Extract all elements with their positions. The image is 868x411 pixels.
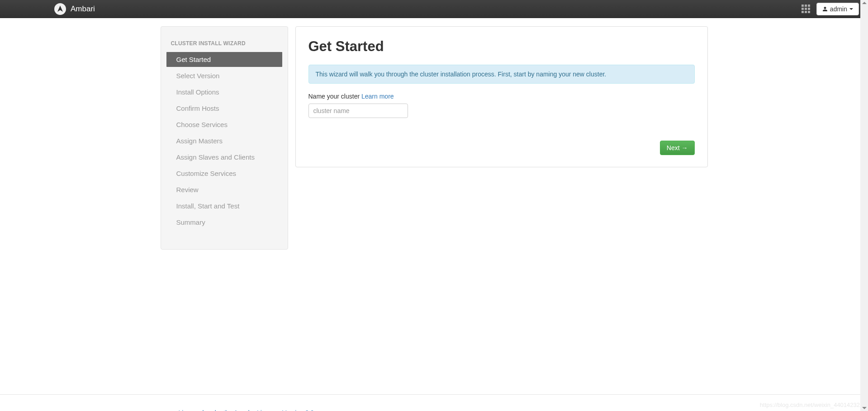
scroll-up-icon[interactable] [862,2,867,4]
apps-grid-icon[interactable] [802,5,810,13]
brand-title: Ambari [71,5,95,14]
navbar-right: admin [802,3,859,15]
intro-alert: This wizard will walk you through the cl… [308,65,695,84]
main-panel: Get Started This wizard will walk you th… [295,26,708,167]
license-link[interactable]: Licensed under the Apache License, Versi… [179,408,708,411]
navbar-brand[interactable]: Ambari [54,3,95,15]
page-footer: Licensed under the Apache License, Versi… [0,394,868,411]
user-dropdown-button[interactable]: admin [816,3,859,15]
sidebar-title: CLUSTER INSTALL WIZARD [161,27,288,52]
wizard-step-assign-masters[interactable]: Assign Masters [166,133,282,148]
ambari-logo-icon [54,3,66,15]
learn-more-link[interactable]: Learn more [361,93,394,100]
cluster-name-input[interactable] [308,104,408,118]
wizard-step-assign-slaves[interactable]: Assign Slaves and Clients [166,150,282,165]
wizard-step-choose-services[interactable]: Choose Services [166,117,282,132]
wizard-step-review[interactable]: Review [166,182,282,197]
wizard-sidebar: CLUSTER INSTALL WIZARD Get Started Selec… [161,26,288,250]
wizard-step-install-options[interactable]: Install Options [166,85,282,99]
scroll-down-icon[interactable] [862,407,867,409]
wizard-step-install-start-test[interactable]: Install, Start and Test [166,198,282,213]
user-icon [822,6,828,12]
next-button[interactable]: Next → [660,141,695,155]
caret-down-icon [849,8,853,10]
panel-footer: Next → [308,141,695,155]
wizard-step-get-started[interactable]: Get Started [166,52,282,67]
main-container: CLUSTER INSTALL WIZARD Get Started Selec… [147,18,721,268]
page-title: Get Started [308,38,695,55]
wizard-step-select-version[interactable]: Select Version [166,68,282,83]
cluster-name-label: Name your cluster Learn more [308,93,695,100]
vertical-scrollbar[interactable] [860,0,868,411]
navbar: Ambari admin [0,0,868,18]
wizard-step-confirm-hosts[interactable]: Confirm Hosts [166,101,282,116]
wizard-step-customize-services[interactable]: Customize Services [166,166,282,181]
wizard-step-summary[interactable]: Summary [166,215,282,230]
user-label: admin [830,5,847,13]
